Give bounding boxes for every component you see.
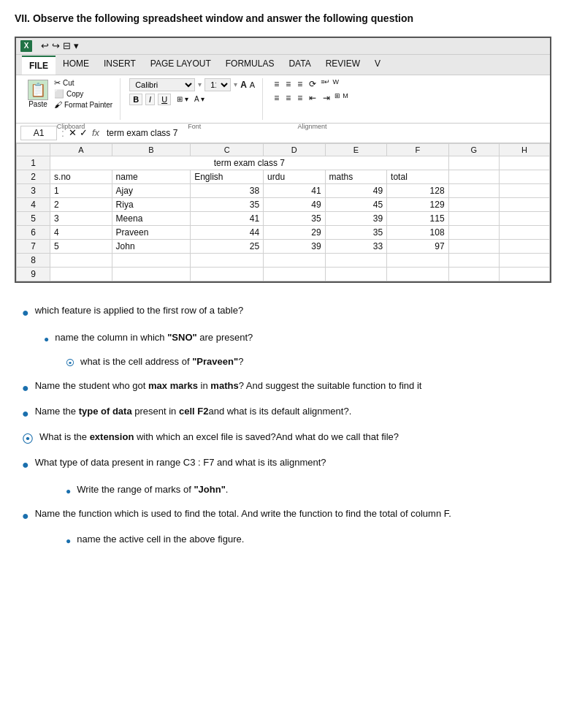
tab-formulas[interactable]: FORMULAS bbox=[218, 55, 282, 75]
undo-btn[interactable]: ↩ bbox=[41, 40, 49, 51]
italic-button[interactable]: I bbox=[145, 94, 155, 105]
cell-d9[interactable] bbox=[264, 267, 326, 281]
cell-f8[interactable] bbox=[387, 253, 449, 267]
cell-f5[interactable]: 115 bbox=[387, 211, 449, 225]
cell-b3[interactable]: Ajay bbox=[112, 183, 191, 197]
cell-a6[interactable]: 4 bbox=[50, 225, 112, 239]
cell-b2[interactable]: name bbox=[112, 170, 191, 183]
font-family-select[interactable]: Calibri bbox=[129, 78, 195, 91]
decrease-indent-btn[interactable]: ⇤ bbox=[307, 92, 318, 104]
cell-c7[interactable]: 25 bbox=[191, 239, 264, 253]
cell-h1[interactable] bbox=[499, 156, 549, 170]
wrap-text-btn[interactable]: ≡↵ bbox=[321, 78, 330, 90]
tab-file[interactable]: FILE bbox=[22, 56, 56, 75]
cell-h8[interactable] bbox=[499, 253, 549, 267]
cell-c9[interactable] bbox=[191, 267, 264, 281]
align-top-btn[interactable]: ≡ bbox=[272, 78, 281, 90]
tab-insert[interactable]: INSERT bbox=[96, 55, 143, 75]
dropdown-btn[interactable]: ▾ bbox=[74, 40, 79, 51]
cell-d8[interactable] bbox=[264, 253, 326, 267]
cell-e3[interactable]: 49 bbox=[325, 183, 387, 197]
cell-e2[interactable]: maths bbox=[325, 170, 387, 183]
paste-button[interactable]: 📋 Paste bbox=[25, 78, 51, 110]
cell-g9[interactable] bbox=[448, 267, 499, 281]
cell-c3[interactable]: 38 bbox=[191, 183, 264, 197]
cut-button[interactable]: ✂ Cut bbox=[54, 78, 112, 88]
cell-h9[interactable] bbox=[499, 267, 549, 281]
cell-g7[interactable] bbox=[448, 239, 499, 253]
tab-data[interactable]: DATA bbox=[281, 55, 318, 75]
cell-c2[interactable]: English bbox=[191, 170, 264, 183]
col-header-f[interactable]: F bbox=[387, 143, 449, 156]
underline-button[interactable]: U bbox=[158, 94, 171, 105]
cell-e4[interactable]: 45 bbox=[325, 197, 387, 211]
cell-h4[interactable] bbox=[499, 197, 549, 211]
redo-btn[interactable]: ↪ bbox=[52, 40, 60, 51]
tab-page-layout[interactable]: PAGE LAYOUT bbox=[143, 55, 218, 75]
align-middle-btn[interactable]: ≡ bbox=[283, 78, 293, 90]
cell-g5[interactable] bbox=[448, 211, 499, 225]
align-left-btn[interactable]: ≡ bbox=[272, 92, 281, 104]
cell-a2[interactable]: s.no bbox=[50, 170, 112, 183]
tab-view[interactable]: V bbox=[367, 55, 388, 75]
tab-review[interactable]: REVIEW bbox=[318, 55, 367, 75]
tab-home[interactable]: HOME bbox=[56, 55, 96, 75]
cell-d5[interactable]: 35 bbox=[264, 211, 326, 225]
cell-g8[interactable] bbox=[448, 253, 499, 267]
cell-e8[interactable] bbox=[325, 253, 387, 267]
cell-b6[interactable]: Praveen bbox=[112, 225, 191, 239]
cell-g4[interactable] bbox=[448, 197, 499, 211]
cell-g1[interactable] bbox=[448, 156, 499, 170]
cell-h7[interactable] bbox=[499, 239, 549, 253]
cell-d2[interactable]: urdu bbox=[264, 170, 326, 183]
cell-a1[interactable]: term exam class 7 bbox=[50, 156, 449, 170]
font-grow-btn[interactable]: A bbox=[240, 80, 247, 90]
font-shrink-btn[interactable]: A bbox=[250, 80, 255, 89]
cell-b5[interactable]: Meena bbox=[112, 211, 191, 225]
cell-g6[interactable] bbox=[448, 225, 499, 239]
cell-a7[interactable]: 5 bbox=[50, 239, 112, 253]
cell-b9[interactable] bbox=[112, 267, 191, 281]
col-header-d[interactable]: D bbox=[264, 143, 326, 156]
cell-d7[interactable]: 39 bbox=[264, 239, 326, 253]
cell-c6[interactable]: 44 bbox=[191, 225, 264, 239]
cell-g3[interactable] bbox=[448, 183, 499, 197]
cell-a8[interactable] bbox=[50, 253, 112, 267]
text-direction-btn[interactable]: ⟳ bbox=[307, 78, 318, 90]
cell-b7[interactable]: John bbox=[112, 239, 191, 253]
col-header-e[interactable]: E bbox=[325, 143, 387, 156]
cell-h6[interactable] bbox=[499, 225, 549, 239]
col-header-c[interactable]: C bbox=[191, 143, 264, 156]
format-painter-button[interactable]: 🖌 Format Painter bbox=[54, 100, 112, 109]
cell-b8[interactable] bbox=[112, 253, 191, 267]
cell-a9[interactable] bbox=[50, 267, 112, 281]
cell-d6[interactable]: 29 bbox=[264, 225, 326, 239]
cell-a3[interactable]: 1 bbox=[50, 183, 112, 197]
align-center-btn[interactable]: ≡ bbox=[283, 92, 293, 104]
cell-e7[interactable]: 33 bbox=[325, 239, 387, 253]
cell-e6[interactable]: 35 bbox=[325, 225, 387, 239]
cell-a5[interactable]: 3 bbox=[50, 211, 112, 225]
copy-button[interactable]: ⬜ Copy bbox=[54, 89, 112, 99]
cell-f3[interactable]: 128 bbox=[387, 183, 449, 197]
minimize-btn[interactable]: ⊟ bbox=[63, 40, 71, 51]
cell-e9[interactable] bbox=[325, 267, 387, 281]
cell-b4[interactable]: Riya bbox=[112, 197, 191, 211]
col-header-g[interactable]: G bbox=[448, 143, 499, 156]
increase-indent-btn[interactable]: ⇥ bbox=[321, 92, 332, 104]
cell-d3[interactable]: 41 bbox=[264, 183, 326, 197]
align-right-btn[interactable]: ≡ bbox=[295, 92, 305, 104]
cell-g2[interactable] bbox=[448, 170, 499, 183]
font-size-select[interactable]: 11 bbox=[204, 78, 231, 91]
cell-c4[interactable]: 35 bbox=[191, 197, 264, 211]
borders-btn[interactable]: ⊞ ▾ bbox=[177, 95, 188, 103]
cell-h3[interactable] bbox=[499, 183, 549, 197]
cell-h2[interactable] bbox=[499, 170, 549, 183]
merge-btn[interactable]: ⊞ bbox=[334, 92, 340, 104]
cell-a4[interactable]: 2 bbox=[50, 197, 112, 211]
cell-reference-box[interactable]: A1 bbox=[20, 126, 57, 140]
cell-e5[interactable]: 39 bbox=[325, 211, 387, 225]
fill-color-btn[interactable]: A ▾ bbox=[194, 95, 204, 103]
align-bottom-btn[interactable]: ≡ bbox=[295, 78, 305, 90]
cell-f9[interactable] bbox=[387, 267, 449, 281]
